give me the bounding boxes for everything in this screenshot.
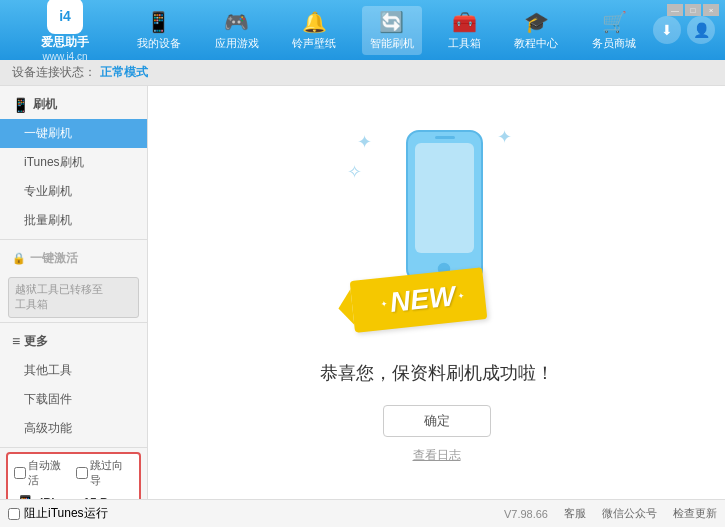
- nav-smart-flash[interactable]: 🔄 智能刷机: [362, 6, 422, 55]
- new-star-right: ✦: [457, 291, 465, 301]
- main-layout: 📱 刷机 一键刷机 iTunes刷机 专业刷机 批量刷机 🔒 一键激活 越狱工: [0, 86, 725, 499]
- nav-tutorial-label: 教程中心: [514, 36, 558, 51]
- nav-toolbox-label: 工具箱: [448, 36, 481, 51]
- my-device-icon: 📱: [146, 10, 171, 34]
- lock-icon: 🔒: [12, 252, 26, 265]
- svg-rect-1: [415, 143, 474, 253]
- skip-wizard-checkbox[interactable]: [76, 467, 88, 479]
- svg-rect-3: [435, 136, 455, 139]
- nav-store-label: 务员商城: [592, 36, 636, 51]
- sidebar-one-key-activate-header: 🔒 一键激活: [0, 244, 147, 273]
- download-btn[interactable]: ⬇: [653, 16, 681, 44]
- store-icon: 🛒: [602, 10, 627, 34]
- sidebar-item-batch-flash[interactable]: 批量刷机: [0, 206, 147, 235]
- success-message: 恭喜您，保资料刷机成功啦！: [320, 361, 554, 385]
- sidebar-item-itunes-flash[interactable]: iTunes刷机: [0, 148, 147, 177]
- customer-service-link[interactable]: 客服: [564, 506, 586, 521]
- download-icon: ⬇: [661, 22, 673, 38]
- auto-activate-checkbox-item[interactable]: 自动激活: [14, 458, 72, 488]
- nav-my-device[interactable]: 📱 我的设备: [129, 6, 189, 55]
- device-details: iPhone 15 Pro Max 512GB iPhone: [40, 494, 133, 499]
- sidebar-divider-1: [0, 239, 147, 240]
- sidebar-divider-3: [0, 447, 147, 448]
- new-star-left: ✦: [379, 299, 387, 309]
- confirm-button[interactable]: 确定: [383, 405, 491, 437]
- sparkle-3: ✧: [347, 161, 362, 183]
- device-entry: 📱 iPhone 15 Pro Max 512GB iPhone: [14, 492, 133, 499]
- logo-area: i4 爱思助手 www.i4.cn: [10, 0, 120, 62]
- sparkle-2: ✦: [497, 126, 512, 148]
- flash-section-icon: 📱: [12, 97, 29, 113]
- phone-illustration: ✦ ✦ ✧: [337, 121, 537, 341]
- sidebar-more-header: ≡ 更多: [0, 327, 147, 356]
- skip-wizard-label: 跳过向导: [90, 458, 134, 488]
- sidebar-item-pro-flash[interactable]: 专业刷机: [0, 177, 147, 206]
- nav-my-device-label: 我的设备: [137, 36, 181, 51]
- more-section-label: 更多: [24, 333, 48, 350]
- app-name: 爱思助手: [41, 34, 89, 51]
- bottom-bar: 阻止iTunes运行 V7.98.66 客服 微信公众号 检查更新: [0, 500, 725, 527]
- apps-games-icon: 🎮: [224, 10, 249, 34]
- nav-bar: 📱 我的设备 🎮 应用游戏 🔔 铃声壁纸 🔄 智能刷机 🧰 工具箱 🎓: [120, 6, 653, 55]
- sidebar-flash-header: 📱 刷机: [0, 90, 147, 119]
- log-link[interactable]: 查看日志: [413, 447, 461, 464]
- one-key-activate-label: 一键激活: [30, 250, 78, 267]
- app-url: www.i4.cn: [42, 51, 87, 62]
- sidebar: 📱 刷机 一键刷机 iTunes刷机 专业刷机 批量刷机 🔒 一键激活 越狱工: [0, 86, 148, 499]
- more-section-icon: ≡: [12, 333, 20, 349]
- auto-activate-label: 自动激活: [28, 458, 72, 488]
- disabled-msg-line1: 越狱工具已转移至: [15, 283, 103, 295]
- nav-tutorial[interactable]: 🎓 教程中心: [506, 6, 566, 55]
- disabled-msg-line2: 工具箱: [15, 298, 48, 310]
- window-minimize-btn[interactable]: —: [667, 4, 683, 16]
- wechat-link[interactable]: 微信公众号: [602, 506, 657, 521]
- window-close-btn[interactable]: ×: [703, 4, 719, 16]
- device-checkboxes: 自动激活 跳过向导: [14, 458, 133, 488]
- nav-store[interactable]: 🛒 务员商城: [584, 6, 644, 55]
- nav-apps-games-label: 应用游戏: [215, 36, 259, 51]
- breadcrumb-status: 正常模式: [100, 64, 148, 81]
- content-area: ✦ ✦ ✧: [148, 86, 725, 499]
- device-phone-icon: 📱: [14, 494, 36, 499]
- itunes-label: 阻止iTunes运行: [24, 505, 108, 522]
- toolbox-icon: 🧰: [452, 10, 477, 34]
- auto-activate-checkbox[interactable]: [14, 467, 26, 479]
- new-badge-text: NEW: [388, 280, 456, 319]
- disabled-message-box: 越狱工具已转移至 工具箱: [8, 277, 139, 318]
- bottom-section: 阻止iTunes运行 V7.98.66 客服 微信公众号 检查更新: [0, 499, 725, 527]
- sidebar-divider-2: [0, 322, 147, 323]
- smart-flash-icon: 🔄: [379, 10, 404, 34]
- nav-apps-games[interactable]: 🎮 应用游戏: [207, 6, 267, 55]
- nav-ringtone[interactable]: 🔔 铃声壁纸: [284, 6, 344, 55]
- breadcrumb-prefix: 设备连接状态：: [12, 64, 96, 81]
- user-btn[interactable]: 👤: [687, 16, 715, 44]
- sidebar-item-download-firmware[interactable]: 下载固件: [0, 385, 147, 414]
- itunes-bar: 阻止iTunes运行: [8, 505, 108, 522]
- nav-ringtone-label: 铃声壁纸: [292, 36, 336, 51]
- check-update-link[interactable]: 检查更新: [673, 506, 717, 521]
- device-panel: 自动激活 跳过向导 📱 iPhone 15 Pro Max 512GB iPho…: [6, 452, 141, 499]
- skip-wizard-checkbox-item[interactable]: 跳过向导: [76, 458, 134, 488]
- window-controls: — □ ×: [667, 4, 719, 16]
- version-label: V7.98.66: [504, 508, 548, 520]
- device-name: iPhone 15 Pro Max: [40, 494, 133, 499]
- app-header: i4 爱思助手 www.i4.cn 📱 我的设备 🎮 应用游戏 🔔 铃声壁纸 🔄: [0, 0, 725, 60]
- ringtone-icon: 🔔: [302, 10, 327, 34]
- nav-smart-flash-label: 智能刷机: [370, 36, 414, 51]
- breadcrumb: 设备连接状态： 正常模式: [0, 60, 725, 86]
- bottom-right: V7.98.66 客服 微信公众号 检查更新: [504, 506, 717, 521]
- sidebar-item-other-tools[interactable]: 其他工具: [0, 356, 147, 385]
- sidebar-item-advanced[interactable]: 高级功能: [0, 414, 147, 443]
- nav-toolbox[interactable]: 🧰 工具箱: [440, 6, 489, 55]
- itunes-checkbox[interactable]: [8, 508, 20, 520]
- sidebar-item-one-key-flash[interactable]: 一键刷机: [0, 119, 147, 148]
- tutorial-icon: 🎓: [524, 10, 549, 34]
- window-maximize-btn[interactable]: □: [685, 4, 701, 16]
- header-right: ⬇ 👤: [653, 16, 715, 44]
- flash-section-label: 刷机: [33, 96, 57, 113]
- sparkle-1: ✦: [357, 131, 372, 153]
- logo-icon: i4: [47, 0, 83, 34]
- user-icon: 👤: [693, 22, 710, 38]
